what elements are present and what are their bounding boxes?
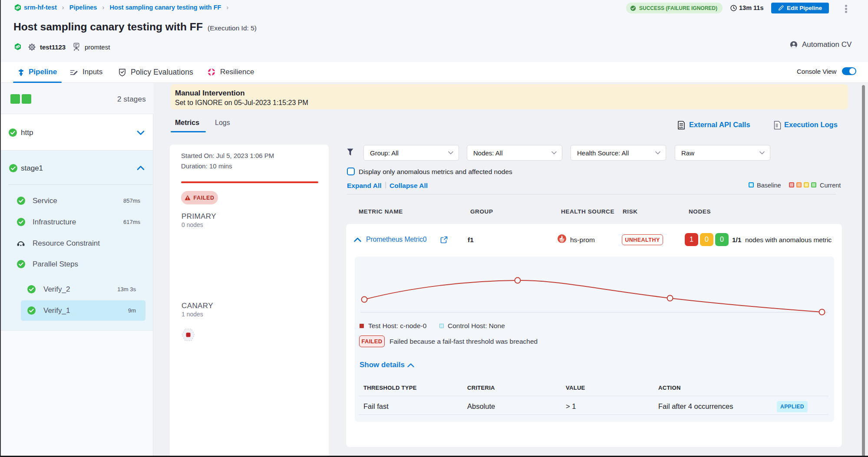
svg-text:API: API xyxy=(679,126,683,129)
